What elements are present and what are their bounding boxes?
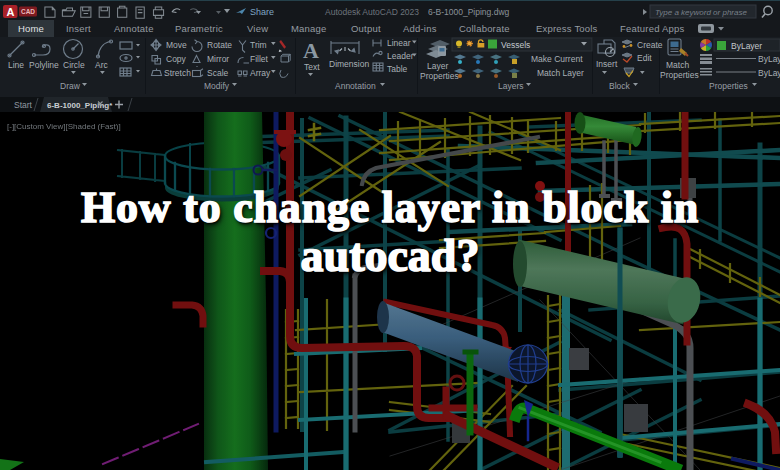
svg-text:Copy: Copy <box>166 54 187 64</box>
svg-text:Share: Share <box>250 7 274 17</box>
svg-text:Insert: Insert <box>596 59 618 69</box>
svg-text:Move: Move <box>166 40 187 50</box>
svg-text:Autodesk AutoCAD 2023: Autodesk AutoCAD 2023 <box>325 7 419 17</box>
svg-text:A: A <box>7 6 15 18</box>
svg-text:Circle: Circle <box>63 60 85 70</box>
svg-text:Match: Match <box>666 60 689 70</box>
svg-text:Dimension: Dimension <box>329 59 369 69</box>
svg-text:Match Layer: Match Layer <box>537 68 584 78</box>
svg-text:Layers: Layers <box>498 81 524 91</box>
svg-text:Polyline: Polyline <box>29 60 59 70</box>
svg-text:ByLayer: ByLayer <box>731 41 762 51</box>
svg-text:Scale: Scale <box>207 68 229 78</box>
svg-text:Trim: Trim <box>250 40 267 50</box>
svg-text:Linear: Linear <box>387 38 411 48</box>
svg-text:Block: Block <box>609 81 631 91</box>
svg-text:ByLay: ByLay <box>758 68 780 78</box>
svg-text:Annotation: Annotation <box>335 81 376 91</box>
svg-text:Leader: Leader <box>387 51 414 61</box>
svg-text:A: A <box>303 38 319 63</box>
svg-text:Type a keyword or phrase: Type a keyword or phrase <box>655 8 747 17</box>
svg-text:Line: Line <box>8 60 24 70</box>
svg-text:Edit: Edit <box>637 53 652 63</box>
svg-text:Fillet: Fillet <box>250 54 269 64</box>
svg-text:Vessels: Vessels <box>501 40 530 50</box>
svg-text:ByLay: ByLay <box>758 54 780 64</box>
svg-text:Rotate: Rotate <box>207 40 232 50</box>
svg-text:Properties: Properties <box>709 81 748 91</box>
svg-text:6-B-1000_Piping.dwg: 6-B-1000_Piping.dwg <box>428 7 510 17</box>
svg-text:Mirror: Mirror <box>207 54 229 64</box>
svg-text:CAD: CAD <box>21 8 35 15</box>
svg-text:Start: Start <box>14 100 33 110</box>
svg-text:[-][Custom View][Shaded (Fast): [-][Custom View][Shaded (Fast)] <box>7 122 121 131</box>
svg-text:Text: Text <box>304 62 320 72</box>
svg-text:6-B-1000_Piping*: 6-B-1000_Piping* <box>47 101 113 110</box>
svg-text:Arc: Arc <box>95 60 109 70</box>
svg-text:Stretch: Stretch <box>164 68 191 78</box>
svg-text:Draw: Draw <box>60 81 81 91</box>
svg-text:Create: Create <box>637 40 663 50</box>
svg-text:Properties: Properties <box>420 71 459 81</box>
svg-text:Make Current: Make Current <box>531 54 583 64</box>
svg-text:Table: Table <box>387 64 408 74</box>
svg-text:Modify: Modify <box>204 81 230 91</box>
svg-text:Layer: Layer <box>427 61 448 71</box>
svg-text:Array: Array <box>250 68 271 78</box>
svg-text:Properties: Properties <box>660 70 699 80</box>
